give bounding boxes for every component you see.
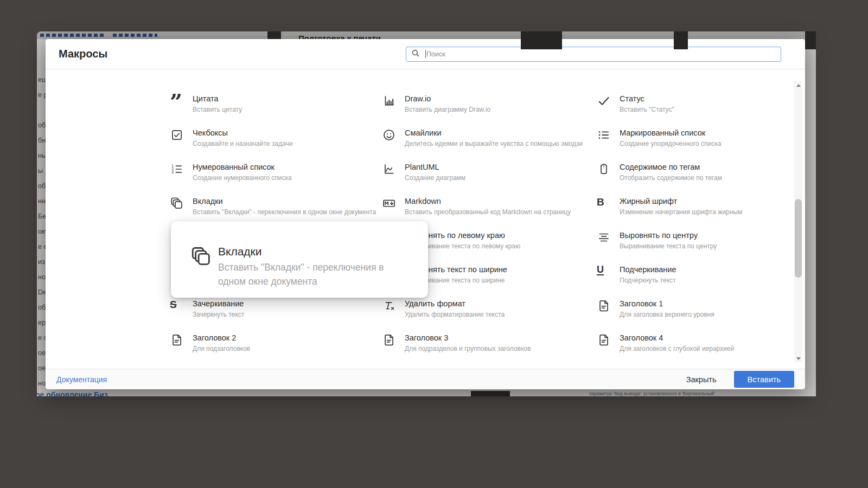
background-text-fragment: е е [38, 243, 46, 251]
preview-description: Вставить "Вкладки" - переключения в одно… [218, 260, 397, 288]
scroll-up-button[interactable] [794, 81, 802, 89]
macro-description: Создание нумерованного списка [193, 174, 292, 182]
macro-description: Для заголовков с глубокой иерархией [620, 345, 734, 353]
macro-item[interactable]: 123Нумерованный списокСоздание нумерован… [170, 162, 382, 196]
bullet-list-icon [597, 128, 613, 142]
macro-item[interactable]: СтатусВставить "Статус" [597, 94, 805, 128]
macro-item[interactable]: UПодчеркиваниеПодчеркнуть текст [597, 265, 805, 299]
macro-description: Удалить форматирование текста [405, 311, 505, 319]
svg-text:3: 3 [171, 170, 174, 174]
background-text-fragment: ер [38, 319, 46, 326]
window-artifact [674, 31, 688, 49]
window-artifact [805, 31, 816, 49]
bold-icon: B [597, 196, 613, 208]
tabs-icon [190, 245, 218, 288]
documentation-link[interactable]: Документация [56, 375, 107, 384]
background-text-fragment: об [38, 304, 46, 311]
macro-title: Цитата [193, 94, 242, 104]
macro-title: Заголовок 1 [620, 299, 714, 309]
macro-item[interactable]: Выровнять по центруВыравнивание текста п… [597, 230, 805, 265]
insert-button[interactable]: Вставить [734, 371, 794, 388]
background-text-fragment: De [38, 288, 46, 296]
macro-description: Вставить диаграмму Draw.io [405, 106, 490, 114]
macro-item[interactable]: Содержимое по тегамОтобразить содержимое… [597, 162, 805, 196]
window-artifact [521, 31, 562, 49]
dialog-footer: Документация Закрыть Вставить [46, 369, 805, 389]
macro-item[interactable]: ”ЦитатаВставить цитату [170, 94, 382, 128]
macro-item[interactable]: PlantUMLСоздание диаграмм [382, 162, 597, 196]
markdown-icon [382, 196, 398, 210]
plantuml-icon [382, 162, 398, 176]
macro-title: Чекбоксы [193, 128, 292, 138]
macro-item[interactable]: Заголовок 4Для заголовков с глубокой иер… [597, 333, 805, 367]
background-text-fragment: ое [38, 364, 46, 372]
macro-item[interactable]: Draw.ioВставить диаграмму Draw.io [382, 94, 597, 128]
drawio-icon [382, 94, 398, 108]
macro-description: Вставить "Статус" [620, 106, 674, 114]
macro-title: Удалить формат [405, 299, 505, 309]
heading-doc-icon [170, 333, 186, 347]
heading-doc-icon [597, 299, 613, 313]
remove-format-icon [382, 299, 398, 313]
macro-description: Делитесь идеями и выражайте чувства с по… [405, 140, 583, 148]
macro-item[interactable]: Заголовок 1Для заголовка верхнего уровня [597, 299, 805, 333]
dialog-title: Макросы [59, 48, 406, 60]
close-button[interactable]: Закрыть [679, 372, 724, 387]
background-text-fragment: обн [38, 182, 46, 190]
macro-description: Вставить преобразованный код Markdown на… [405, 208, 571, 216]
check-icon [597, 94, 613, 108]
checkbox-icon [170, 128, 186, 142]
macro-list: ”ЦитатаВставить цитатуDraw.ioВставить ди… [46, 69, 805, 369]
macro-item[interactable]: BЖирный шрифтИзменение начертания шрифта… [597, 196, 805, 230]
search-icon [411, 48, 420, 60]
macro-title: Вкладки [193, 196, 376, 207]
macro-description: Вставить "Вкладки" - переключения в одно… [193, 208, 376, 216]
macro-title: Заголовок 4 [620, 333, 734, 343]
macro-preview-card[interactable]: Вкладки Вставить "Вкладки" - переключени… [171, 221, 428, 298]
macro-description: Для подзаголовков [193, 345, 250, 353]
macro-title: Заголовок 2 [193, 333, 250, 343]
macro-item[interactable]: Заголовок 2Для подзаголовков [170, 333, 382, 367]
macro-item[interactable]: Удалить форматУдалить форматирование тек… [382, 299, 597, 333]
underline-icon: U [597, 265, 613, 275]
macro-title: Markdown [405, 196, 571, 207]
tabs-icon [170, 196, 186, 210]
obscured-link-text [113, 34, 157, 37]
text-caret [425, 50, 426, 58]
window-artifact [267, 31, 281, 39]
macro-description: Выравнивание текста по центру [620, 242, 717, 251]
macro-title: Маркированный список [620, 128, 721, 138]
macro-description: Подчеркнуть текст [620, 277, 676, 285]
smiley-icon [382, 128, 398, 142]
macro-item[interactable]: Заголовок 3Для подразделов и групповых з… [382, 333, 597, 367]
scrollbar[interactable] [794, 81, 802, 362]
background-text-fragment: ны [38, 152, 46, 159]
macro-title: Draw.io [405, 94, 490, 104]
macro-description: Изменение начертания шрифта жирным [620, 208, 742, 216]
macro-item[interactable]: SЗачеркиваниеЗачеркнуть текст [170, 299, 382, 333]
macro-description: Для заголовка верхнего уровня [620, 311, 714, 319]
macro-title: PlantUML [405, 162, 465, 172]
dialog-header: Макросы [46, 39, 805, 69]
background-text-fragment: из [38, 258, 46, 266]
macro-title: Выровнять по центру [620, 230, 717, 241]
scrollbar-thumb[interactable] [795, 199, 802, 278]
macro-item[interactable]: СмайликиДелитесь идеями и выражайте чувс… [382, 128, 597, 162]
macro-title: Статус [620, 94, 674, 104]
scroll-down-button[interactable] [794, 355, 802, 362]
macro-title: Заголовок 3 [405, 333, 531, 343]
macro-item[interactable]: Маркированный списокСоздание упорядоченн… [597, 128, 805, 162]
background-text-fragment: ое [38, 349, 46, 357]
search-input[interactable] [426, 50, 776, 58]
macro-item[interactable]: ЧекбоксыСоздавайте и назначайте задачи [170, 128, 382, 162]
obscured-link-text [40, 34, 104, 37]
macro-description: Создание упорядоченного списка [620, 140, 721, 148]
macro-description: Создавайте и назначайте задачи [193, 140, 292, 148]
search-box[interactable] [406, 47, 781, 62]
macro-title: Смайлики [405, 128, 583, 138]
macro-title: Жирный шрифт [620, 196, 742, 207]
tag-icon [597, 162, 613, 176]
macros-dialog: Макросы ”ЦитатаВставить цитатуDraw.ioВст… [46, 39, 805, 389]
preview-title: Вкладки [218, 245, 397, 258]
macro-description: Создание диаграмм [405, 174, 465, 182]
